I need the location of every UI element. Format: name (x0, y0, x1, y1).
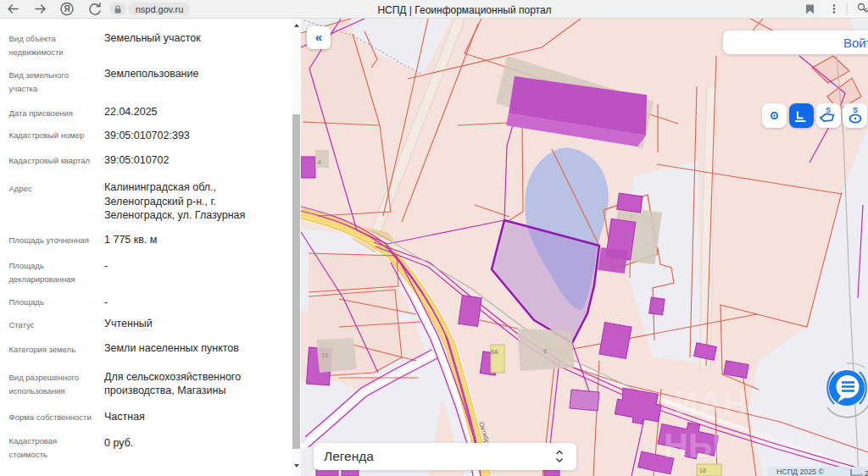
svg-text:6: 6 (543, 348, 547, 354)
svg-text:10: 10 (321, 352, 328, 358)
svg-text:2: 2 (865, 469, 868, 476)
svg-text:S: S (853, 106, 858, 114)
svg-text:6А: 6А (491, 349, 498, 355)
svg-text:ИАН: ИАН (674, 385, 748, 422)
svg-text:18: 18 (699, 468, 706, 473)
svg-text:5: 5 (625, 232, 628, 238)
svg-text:4: 4 (318, 159, 321, 165)
svg-text:НЫ: НЫ (664, 427, 721, 464)
svg-text:S: S (826, 106, 831, 114)
